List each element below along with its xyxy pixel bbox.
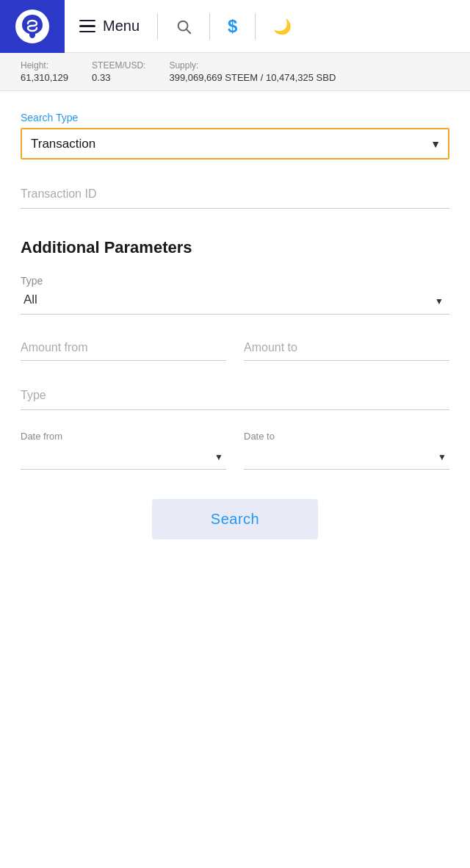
search-type-label: Search Type [21,112,449,123]
date-row: Date from ▼ Date to ▼ [21,431,449,470]
additional-parameters-title: Additional Parameters [21,238,449,257]
steem-logo-icon [15,9,50,44]
logo-box [0,0,65,53]
amount-from-input[interactable] [21,335,226,361]
stats-bar: Height: 61,310,129 STEEM/USD: 0.33 Suppl… [0,53,470,91]
date-from-label: Date from [21,431,226,442]
date-to-field: Date to ▼ [244,431,449,470]
height-label: Height: [21,60,68,71]
steemusd-label: STEEM/USD: [92,60,145,71]
moon-icon: 🌙 [273,18,292,35]
search-button[interactable]: Search [152,499,318,539]
currency-icon: $ [228,16,237,37]
search-icon [176,18,192,35]
stat-supply: Supply: 399,069,669 STEEM / 10,474,325 S… [169,60,336,83]
steemusd-value: 0.33 [92,72,145,83]
type-dropdown-label: Type [21,275,449,287]
amount-to-input[interactable] [244,335,449,361]
transaction-id-group [21,180,449,209]
amount-row [21,335,449,361]
supply-value: 399,069,669 STEEM / 10,474,325 SBD [169,72,336,83]
nav-divider [157,13,158,40]
nav-divider-2 [209,13,210,40]
search-type-select[interactable]: Transaction Block Account Witness [21,128,449,159]
date-to-label: Date to [244,431,449,442]
dark-mode-button[interactable]: 🌙 [273,18,292,35]
date-from-select-wrapper: ▼ [21,445,226,470]
date-from-select[interactable] [21,445,226,466]
type-dropdown-group: Type All Transfer Vote Comment Custom JS… [21,275,449,315]
main-content: Search Type Transaction Block Account Wi… [0,91,470,569]
menu-button[interactable]: Menu [79,18,140,35]
search-button-container: Search [21,499,449,539]
amount-from-field [21,335,226,361]
type-select-wrapper: All Transfer Vote Comment Custom JSON ▼ [21,288,449,315]
stat-steemusd: STEEM/USD: 0.33 [92,60,145,83]
stat-height: Height: 61,310,129 [21,60,68,83]
amount-to-field [244,335,449,361]
type-text-group [21,381,449,410]
menu-label: Menu [103,18,140,35]
transaction-id-input[interactable] [21,180,449,209]
navbar-actions: Menu $ 🌙 [65,13,470,40]
date-to-select-wrapper: ▼ [244,445,449,470]
svg-line-2 [187,29,190,33]
nav-divider-3 [255,13,256,40]
currency-button[interactable]: $ [228,16,237,37]
navbar: Menu $ 🌙 [0,0,470,53]
type-select[interactable]: All Transfer Vote Comment Custom JSON [21,288,449,311]
height-value: 61,310,129 [21,72,68,83]
supply-label: Supply: [169,60,336,71]
search-button-nav[interactable] [176,18,192,35]
search-type-group: Search Type Transaction Block Account Wi… [21,112,449,159]
hamburger-icon [79,20,95,33]
type-text-input[interactable] [21,381,449,410]
additional-parameters-section: Additional Parameters Type All Transfer … [21,238,449,539]
date-to-select[interactable] [244,445,449,466]
search-type-select-wrapper: Transaction Block Account Witness ▼ [21,128,449,159]
date-from-field: Date from ▼ [21,431,226,470]
